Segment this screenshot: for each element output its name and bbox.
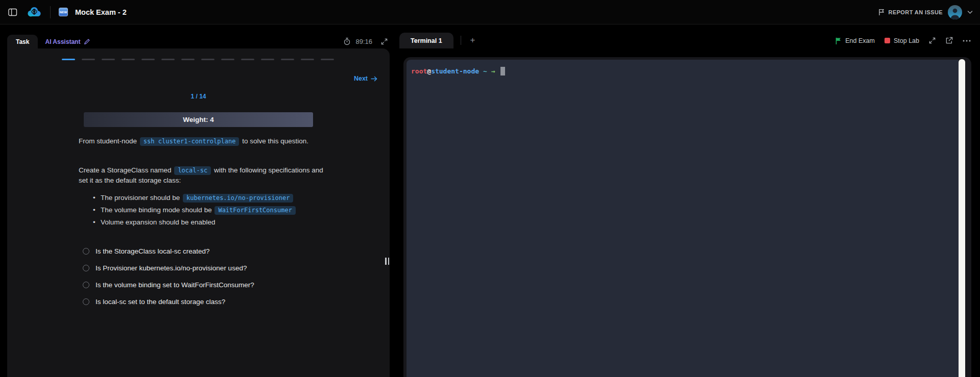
end-exam-button[interactable]: End Exam xyxy=(835,37,875,44)
tab-terminal-1[interactable]: Terminal 1 xyxy=(399,33,453,48)
weight-banner: Weight: 4 xyxy=(84,112,313,127)
spec-text: The provisioner should be xyxy=(101,194,180,202)
tab-task[interactable]: Task xyxy=(7,35,38,48)
body-prefix: Create a StorageClass named xyxy=(79,166,172,174)
progress-dash[interactable] xyxy=(141,59,155,60)
check-label: Is the StorageClass local-sc created? xyxy=(95,247,210,255)
stop-lab-button[interactable]: Stop Lab xyxy=(885,37,919,44)
progress-dash[interactable] xyxy=(161,59,175,60)
progress-dash[interactable] xyxy=(82,59,95,60)
progress-dash[interactable] xyxy=(301,59,314,60)
check-radio[interactable] xyxy=(83,298,89,305)
sidebar-toggle-icon xyxy=(8,8,17,16)
check-radio[interactable] xyxy=(83,282,89,288)
spec-item: The volume binding mode should be WaitFo… xyxy=(93,206,297,215)
expand-terminal-icon xyxy=(929,37,936,44)
terminal-pane: Terminal 1 + End Exam xyxy=(391,24,980,377)
task-panel: Next 1 / 14 Weight: 4 From student-node … xyxy=(7,48,390,377)
tab-separator xyxy=(461,36,461,45)
prompt-at: @ xyxy=(427,67,431,75)
expand-terminal-button[interactable] xyxy=(929,37,936,44)
terminal-screen[interactable]: root@student-node~→ xyxy=(407,60,959,377)
verification-checks: Is the StorageClass local-sc created? Is… xyxy=(83,247,254,315)
arrow-right-icon xyxy=(371,76,377,82)
add-terminal-button[interactable]: + xyxy=(468,35,477,48)
ellipsis-icon xyxy=(963,40,971,42)
check-row: Is local-sc set to the default storage c… xyxy=(83,298,254,306)
spec-item: Volume expansion should be enabled xyxy=(93,218,297,227)
terminal-actions: End Exam Stop Lab xyxy=(835,37,980,48)
workspace: Task AI Assistant xyxy=(0,24,980,377)
spec-item: The provisioner should be kubernetes.io/… xyxy=(93,193,297,203)
topbar-divider xyxy=(50,6,51,18)
check-row: Is the volume binding set to WaitForFirs… xyxy=(83,281,254,289)
progress-dash[interactable] xyxy=(281,59,294,60)
check-row: Is the StorageClass local-sc created? xyxy=(83,247,254,255)
external-link-icon xyxy=(945,37,953,44)
prompt-user: root xyxy=(411,67,427,75)
intro-suffix: to solve this question. xyxy=(242,137,308,145)
terminal-prompt: root@student-node~→ xyxy=(407,60,959,76)
progress-dash[interactable] xyxy=(122,59,135,60)
tab-ai-assistant[interactable]: AI Assistant xyxy=(45,35,90,48)
code-chip-storageclass: local-sc xyxy=(174,166,211,175)
exam-title: Mock Exam - 2 xyxy=(75,8,127,16)
prompt-path: ~ xyxy=(483,67,487,75)
progress-dash[interactable] xyxy=(321,59,334,60)
terminal-more-options-button[interactable] xyxy=(963,40,971,42)
task-tab-row: Task AI Assistant xyxy=(7,24,390,48)
spec-text: Volume expansion should be enabled xyxy=(101,218,215,226)
terminal-cursor xyxy=(500,67,505,76)
question-progress xyxy=(62,59,334,60)
report-issue-label: REPORT AN ISSUE xyxy=(889,9,943,15)
progress-dash[interactable] xyxy=(62,59,75,60)
intro-prefix: From student-node xyxy=(79,137,137,145)
check-label: Is Provisioner kubernetes.io/no-provisio… xyxy=(95,264,247,272)
chevron-down-icon[interactable] xyxy=(967,10,973,14)
end-exam-flag-icon xyxy=(835,37,842,44)
progress-dash[interactable] xyxy=(261,59,274,60)
sidebar-toggle-button[interactable] xyxy=(7,7,18,17)
open-in-new-window-button[interactable] xyxy=(945,37,953,44)
check-radio[interactable] xyxy=(83,248,89,255)
progress-dash[interactable] xyxy=(241,59,254,60)
stop-lab-label: Stop Lab xyxy=(894,37,919,44)
user-avatar[interactable] xyxy=(948,5,962,19)
prompt-host: student-node xyxy=(431,67,479,75)
code-chip-binding-mode: WaitForFirstConsumer xyxy=(214,206,296,215)
check-label: Is local-sc set to the default storage c… xyxy=(95,298,225,306)
check-label: Is the volume binding set to WaitForFirs… xyxy=(95,281,254,289)
check-row: Is Provisioner kubernetes.io/no-provisio… xyxy=(83,264,254,272)
next-question-button[interactable]: Next xyxy=(354,75,377,82)
terminal-container: root@student-node~→ xyxy=(403,57,971,377)
progress-dash[interactable] xyxy=(102,59,115,60)
progress-dash[interactable] xyxy=(181,59,195,60)
progress-dash[interactable] xyxy=(221,59,234,60)
spec-list: The provisioner should be kubernetes.io/… xyxy=(93,193,297,230)
next-label: Next xyxy=(354,75,368,82)
progress-dash[interactable] xyxy=(201,59,214,60)
terminal-scrollbar[interactable] xyxy=(959,59,965,377)
prompt-arrow: → xyxy=(491,67,495,75)
report-issue-button[interactable]: REPORT AN ISSUE xyxy=(878,8,943,16)
kodekloud-logo xyxy=(27,6,42,18)
tab-task-label: Task xyxy=(16,38,29,45)
stop-lab-square-icon xyxy=(885,38,890,43)
end-exam-label: End Exam xyxy=(845,37,875,44)
new-badge-icon: NEW xyxy=(59,8,68,16)
tab-terminal-1-label: Terminal 1 xyxy=(411,37,442,44)
task-pane: Task AI Assistant xyxy=(7,24,390,377)
tab-ai-assistant-label: AI Assistant xyxy=(45,38,80,45)
pen-icon xyxy=(84,38,90,45)
question-body: Create a StorageClass named local-sc wit… xyxy=(79,165,327,185)
exam-timer: 89:16 xyxy=(355,38,372,45)
check-radio[interactable] xyxy=(83,265,89,271)
question-intro: From student-node ssh cluster1-controlpl… xyxy=(79,136,308,146)
question-counter: 1 / 14 xyxy=(7,93,390,100)
terminal-tab-row: Terminal 1 + End Exam xyxy=(391,24,980,48)
panel-resize-handle[interactable] xyxy=(385,258,389,265)
app-root: NEW Mock Exam - 2 REPORT AN ISSUE xyxy=(0,0,980,377)
code-chip-ssh: ssh cluster1-controlplane xyxy=(140,137,240,146)
code-chip-provisioner: kubernetes.io/no-provisioner xyxy=(183,194,293,203)
report-flag-icon xyxy=(878,8,885,16)
